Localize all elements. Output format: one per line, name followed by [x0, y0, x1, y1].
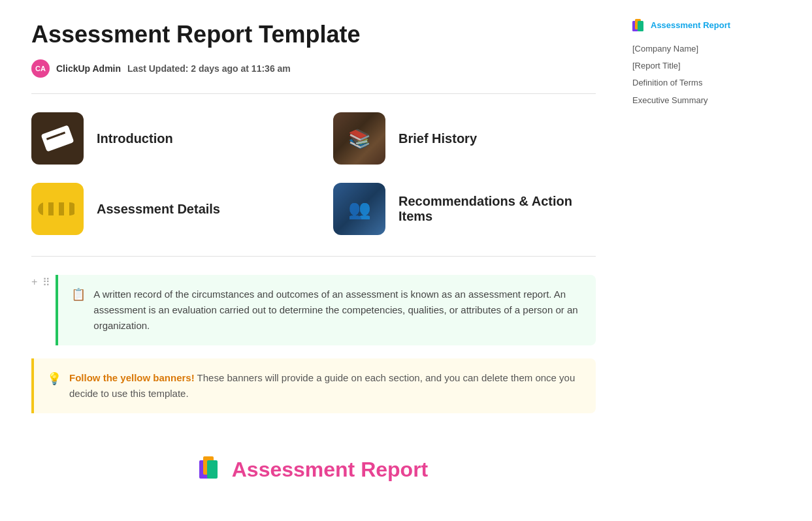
svg-rect-2 — [207, 460, 218, 479]
yellow-callout-wrapper: 💡 Follow the yellow banners! These banne… — [31, 358, 596, 413]
bottom-logo-text: Assessment Report — [232, 458, 429, 482]
card-label-introduction: Introduction — [97, 131, 173, 146]
toc-brand: Assessment Report — [632, 18, 760, 31]
yellow-callout: 💡 Follow the yellow banners! These banne… — [31, 358, 596, 413]
header-divider — [31, 93, 596, 94]
toc-item-executive-summary[interactable]: Executive Summary — [632, 92, 760, 109]
add-block-icon[interactable]: + — [31, 275, 37, 288]
bulb-icon: 💡 — [47, 371, 61, 386]
toc-brand-text: Assessment Report — [651, 20, 730, 30]
card-thumbnail-brief-history — [333, 112, 385, 165]
cards-grid: Introduction Brief History Assessment De… — [31, 112, 596, 235]
card-introduction[interactable]: Introduction — [31, 112, 294, 165]
yellow-callout-bold: Follow the yellow banners! — [69, 372, 195, 383]
card-label-brief-history: Brief History — [398, 131, 477, 146]
library-image — [333, 112, 385, 165]
toc-item-report-title[interactable]: [Report Title] — [632, 57, 760, 74]
toc-item-definition[interactable]: Definition of Terms — [632, 74, 760, 91]
card-thumbnail-assessment-details — [31, 183, 84, 235]
main-content: Assessment Report Template CA ClickUp Ad… — [0, 0, 627, 521]
toc-item-company[interactable]: [Company Name] — [632, 40, 760, 57]
green-callout-row: + ⠿ 📋 A written record of the circumstan… — [31, 275, 596, 345]
card-brief-history[interactable]: Brief History — [333, 112, 596, 165]
last-updated: Last Updated: 2 days ago at 11:36 am — [127, 63, 291, 74]
svg-rect-5 — [638, 21, 643, 31]
bottom-logo-icon — [199, 455, 225, 484]
green-callout: 📋 A written record of the circumstances … — [56, 275, 596, 345]
toc-logo-icon — [632, 18, 647, 31]
green-callout-text: A written record of the circumstances an… — [93, 287, 583, 334]
card-recommendations[interactable]: Recommendations & Action Items — [333, 183, 596, 235]
chain-icon — [38, 202, 77, 215]
drag-handle-icon[interactable]: ⠿ — [42, 275, 50, 289]
card-thumbnail-recommendations — [333, 183, 385, 235]
card-label-assessment-details: Assessment Details — [97, 202, 220, 217]
bottom-logo: Assessment Report — [31, 445, 596, 484]
cards-divider — [31, 256, 596, 257]
page-title: Assessment Report Template — [31, 21, 596, 48]
callout-book-icon: 📋 — [71, 287, 86, 302]
card-label-recommendations: Recommendations & Action Items — [398, 194, 596, 224]
card-assessment-details[interactable]: Assessment Details — [31, 183, 294, 235]
card-thumbnail-introduction — [31, 112, 84, 165]
avatar: CA — [31, 59, 50, 78]
author-name: ClickUp Admin — [56, 63, 121, 74]
author-row: CA ClickUp Admin Last Updated: 2 days ag… — [31, 59, 596, 78]
sidebar-toc: Assessment Report [Company Name] [Report… — [627, 0, 771, 521]
ticket-icon — [41, 125, 74, 152]
meeting-image — [333, 183, 385, 235]
yellow-callout-text: Follow the yellow banners! These banners… — [69, 370, 583, 402]
